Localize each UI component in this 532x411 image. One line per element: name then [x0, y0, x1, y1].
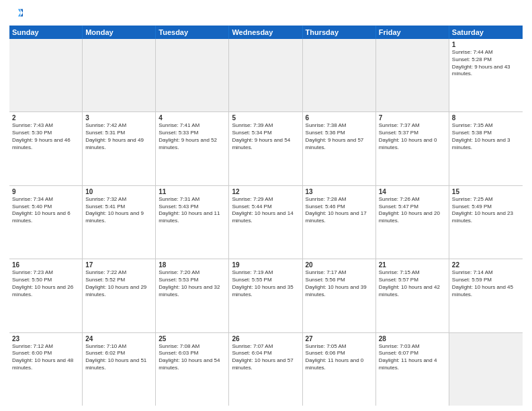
day-details: Sunrise: 7:03 AM Sunset: 6:07 PM Dayligh…	[379, 343, 446, 372]
day-number: 8	[452, 114, 520, 122]
empty-cell-4-6	[449, 333, 523, 406]
day-cell-20: 20Sunrise: 7:17 AM Sunset: 5:56 PM Dayli…	[303, 259, 376, 332]
day-number: 27	[306, 335, 373, 342]
day-cell-25: 25Sunrise: 7:08 AM Sunset: 6:03 PM Dayli…	[156, 333, 229, 406]
day-cell-16: 16Sunrise: 7:23 AM Sunset: 5:50 PM Dayli…	[9, 259, 83, 332]
calendar-row-1: 2Sunrise: 7:43 AM Sunset: 5:30 PM Daylig…	[9, 112, 523, 185]
day-number: 13	[306, 188, 373, 195]
empty-cell-0-3	[229, 39, 302, 111]
day-number: 5	[232, 114, 299, 122]
day-details: Sunrise: 7:14 AM Sunset: 5:59 PM Dayligh…	[452, 269, 520, 298]
day-details: Sunrise: 7:20 AM Sunset: 5:53 PM Dayligh…	[159, 269, 226, 298]
day-number: 17	[85, 261, 152, 269]
calendar-row-3: 16Sunrise: 7:23 AM Sunset: 5:50 PM Dayli…	[9, 259, 523, 332]
day-details: Sunrise: 7:12 AM Sunset: 6:00 PM Dayligh…	[12, 343, 79, 372]
calendar-body: 1Sunrise: 7:44 AM Sunset: 5:28 PM Daylig…	[9, 39, 523, 406]
day-number: 12	[232, 188, 299, 195]
day-number: 7	[379, 114, 446, 122]
day-cell-22: 22Sunrise: 7:14 AM Sunset: 5:59 PM Dayli…	[449, 259, 523, 332]
day-cell-5: 5Sunrise: 7:39 AM Sunset: 5:34 PM Daylig…	[229, 112, 302, 185]
day-cell-18: 18Sunrise: 7:20 AM Sunset: 5:53 PM Dayli…	[156, 259, 229, 332]
day-number: 28	[379, 335, 446, 342]
empty-cell-0-4	[303, 39, 376, 111]
day-number: 16	[12, 261, 79, 269]
weekday-header-wednesday: Wednesday	[229, 26, 302, 39]
day-number: 1	[452, 41, 520, 48]
day-cell-2: 2Sunrise: 7:43 AM Sunset: 5:30 PM Daylig…	[9, 112, 83, 185]
day-number: 20	[306, 261, 373, 269]
page: SundayMondayTuesdayWednesdayThursdayFrid…	[0, 0, 532, 411]
day-number: 15	[452, 188, 520, 195]
day-cell-9: 9Sunrise: 7:34 AM Sunset: 5:40 PM Daylig…	[9, 186, 83, 259]
day-details: Sunrise: 7:22 AM Sunset: 5:52 PM Dayligh…	[85, 269, 152, 298]
day-cell-3: 3Sunrise: 7:42 AM Sunset: 5:31 PM Daylig…	[83, 112, 156, 185]
day-cell-27: 27Sunrise: 7:05 AM Sunset: 6:06 PM Dayli…	[303, 333, 376, 406]
day-cell-15: 15Sunrise: 7:25 AM Sunset: 5:49 PM Dayli…	[449, 186, 523, 259]
day-cell-10: 10Sunrise: 7:32 AM Sunset: 5:41 PM Dayli…	[83, 186, 156, 259]
day-number: 2	[12, 114, 79, 122]
day-details: Sunrise: 7:31 AM Sunset: 5:43 PM Dayligh…	[159, 196, 226, 225]
weekday-header-thursday: Thursday	[303, 26, 376, 39]
day-cell-1: 1Sunrise: 7:44 AM Sunset: 5:28 PM Daylig…	[449, 39, 523, 111]
day-cell-28: 28Sunrise: 7:03 AM Sunset: 6:07 PM Dayli…	[376, 333, 449, 406]
day-number: 9	[12, 188, 79, 195]
day-cell-19: 19Sunrise: 7:19 AM Sunset: 5:55 PM Dayli…	[229, 259, 302, 332]
day-number: 18	[159, 261, 226, 269]
svg-marker-1	[18, 9, 21, 17]
empty-cell-0-2	[156, 39, 229, 111]
calendar-header: SundayMondayTuesdayWednesdayThursdayFrid…	[9, 26, 523, 39]
day-details: Sunrise: 7:39 AM Sunset: 5:34 PM Dayligh…	[232, 122, 299, 151]
day-details: Sunrise: 7:34 AM Sunset: 5:40 PM Dayligh…	[12, 196, 79, 225]
day-number: 6	[306, 114, 373, 122]
calendar-row-4: 23Sunrise: 7:12 AM Sunset: 6:00 PM Dayli…	[9, 333, 523, 406]
day-cell-8: 8Sunrise: 7:35 AM Sunset: 5:38 PM Daylig…	[449, 112, 523, 185]
day-details: Sunrise: 7:37 AM Sunset: 5:37 PM Dayligh…	[379, 122, 446, 151]
weekday-header-monday: Monday	[83, 26, 156, 39]
day-cell-11: 11Sunrise: 7:31 AM Sunset: 5:43 PM Dayli…	[156, 186, 229, 259]
day-details: Sunrise: 7:44 AM Sunset: 5:28 PM Dayligh…	[452, 49, 520, 78]
header	[9, 7, 523, 21]
day-cell-7: 7Sunrise: 7:37 AM Sunset: 5:37 PM Daylig…	[376, 112, 449, 185]
empty-cell-0-0	[9, 39, 83, 111]
day-number: 14	[379, 188, 446, 195]
day-cell-14: 14Sunrise: 7:26 AM Sunset: 5:47 PM Dayli…	[376, 186, 449, 259]
day-details: Sunrise: 7:17 AM Sunset: 5:56 PM Dayligh…	[306, 269, 373, 298]
calendar-row-0: 1Sunrise: 7:44 AM Sunset: 5:28 PM Daylig…	[9, 39, 523, 112]
weekday-header-sunday: Sunday	[9, 26, 83, 39]
day-cell-26: 26Sunrise: 7:07 AM Sunset: 6:04 PM Dayli…	[229, 333, 302, 406]
day-details: Sunrise: 7:10 AM Sunset: 6:02 PM Dayligh…	[85, 343, 152, 372]
day-cell-6: 6Sunrise: 7:38 AM Sunset: 5:36 PM Daylig…	[303, 112, 376, 185]
day-cell-23: 23Sunrise: 7:12 AM Sunset: 6:00 PM Dayli…	[9, 333, 83, 406]
calendar-row-2: 9Sunrise: 7:34 AM Sunset: 5:40 PM Daylig…	[9, 186, 523, 259]
day-details: Sunrise: 7:19 AM Sunset: 5:55 PM Dayligh…	[232, 269, 299, 298]
day-details: Sunrise: 7:43 AM Sunset: 5:30 PM Dayligh…	[12, 122, 79, 151]
logo	[9, 7, 23, 21]
day-cell-12: 12Sunrise: 7:29 AM Sunset: 5:44 PM Dayli…	[229, 186, 302, 259]
day-number: 21	[379, 261, 446, 269]
logo-icon	[11, 7, 23, 19]
calendar: SundayMondayTuesdayWednesdayThursdayFrid…	[9, 26, 523, 406]
empty-cell-0-5	[376, 39, 449, 111]
svg-marker-0	[20, 9, 23, 17]
day-details: Sunrise: 7:41 AM Sunset: 5:33 PM Dayligh…	[159, 122, 226, 151]
day-details: Sunrise: 7:28 AM Sunset: 5:46 PM Dayligh…	[306, 196, 373, 225]
day-details: Sunrise: 7:38 AM Sunset: 5:36 PM Dayligh…	[306, 122, 373, 151]
weekday-header-tuesday: Tuesday	[156, 26, 229, 39]
day-number: 23	[12, 335, 79, 342]
day-cell-13: 13Sunrise: 7:28 AM Sunset: 5:46 PM Dayli…	[303, 186, 376, 259]
day-details: Sunrise: 7:07 AM Sunset: 6:04 PM Dayligh…	[232, 343, 299, 372]
day-details: Sunrise: 7:23 AM Sunset: 5:50 PM Dayligh…	[12, 269, 79, 298]
day-number: 10	[85, 188, 152, 195]
day-number: 11	[159, 188, 226, 195]
day-cell-17: 17Sunrise: 7:22 AM Sunset: 5:52 PM Dayli…	[83, 259, 156, 332]
day-details: Sunrise: 7:29 AM Sunset: 5:44 PM Dayligh…	[232, 196, 299, 225]
empty-cell-0-1	[83, 39, 156, 111]
day-number: 22	[452, 261, 520, 269]
weekday-header-friday: Friday	[376, 26, 449, 39]
day-details: Sunrise: 7:35 AM Sunset: 5:38 PM Dayligh…	[452, 122, 520, 151]
day-details: Sunrise: 7:08 AM Sunset: 6:03 PM Dayligh…	[159, 343, 226, 372]
day-details: Sunrise: 7:15 AM Sunset: 5:57 PM Dayligh…	[379, 269, 446, 298]
day-details: Sunrise: 7:25 AM Sunset: 5:49 PM Dayligh…	[452, 196, 520, 225]
day-number: 24	[85, 335, 152, 342]
day-number: 25	[159, 335, 226, 342]
